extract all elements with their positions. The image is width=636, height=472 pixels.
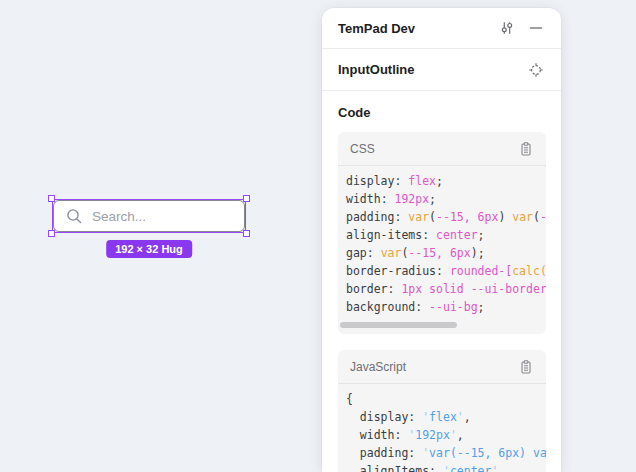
selection-handle[interactable] [243, 195, 250, 202]
code-line: width: '192px', [346, 426, 546, 444]
code-line: { [346, 390, 546, 408]
minimize-icon[interactable] [526, 18, 546, 38]
selection-handle[interactable] [48, 195, 55, 202]
tempad-dev-panel: TemPad Dev InputOutline [322, 8, 561, 472]
js-code[interactable]: { display: 'flex', width: '192px', paddi… [338, 384, 546, 472]
code-line: background: --ui-bg; [346, 298, 546, 316]
search-placeholder: Search... [92, 209, 146, 224]
code-line: width: 192px; [346, 190, 546, 208]
panel-header: TemPad Dev [322, 8, 561, 49]
code-section-label: Code [322, 91, 561, 132]
js-code-block: JavaScript { display: 'flex', width: '19… [338, 350, 546, 472]
css-code[interactable]: display: flex;width: 192px;padding: var(… [338, 166, 546, 316]
code-line: display: flex; [346, 172, 546, 190]
code-line: border-radius: rounded-[calc(var(--round… [346, 262, 546, 280]
js-block-label: JavaScript [350, 360, 516, 374]
css-block-header: CSS [338, 132, 546, 166]
search-input-component[interactable]: Search... [53, 200, 245, 232]
code-line: padding: var(--15, 6px) var(--24, 12px) [346, 208, 546, 226]
code-line: align-items: center; [346, 226, 546, 244]
code-line: padding: 'var(--15, 6px) var(--24, 12px)… [346, 444, 546, 462]
locate-target-icon[interactable] [526, 60, 546, 80]
horizontal-scrollbar[interactable] [340, 322, 457, 328]
component-row: InputOutline [322, 49, 561, 91]
code-line: display: 'flex', [346, 408, 546, 426]
selection-handle[interactable] [48, 230, 55, 237]
code-line: border: 1px solid --ui-border-color; [346, 280, 546, 298]
clipboard-copy-icon[interactable] [516, 139, 536, 159]
selected-component-wrapper: Search... 192 × 32 Hug [53, 200, 245, 232]
clipboard-copy-icon[interactable] [516, 357, 536, 377]
size-badge: 192 × 32 Hug [106, 240, 192, 258]
css-block-label: CSS [350, 142, 516, 156]
js-block-header: JavaScript [338, 350, 546, 384]
selection-handle[interactable] [243, 230, 250, 237]
sliders-icon[interactable] [497, 18, 517, 38]
magnifier-icon [66, 208, 83, 225]
component-name: InputOutline [338, 62, 526, 77]
css-code-block: CSS display: flex;width: 192px;padding: … [338, 132, 546, 334]
code-line: alignItems: 'center', [346, 462, 546, 472]
code-line: gap: var(--15, 6px); [346, 244, 546, 262]
panel-title: TemPad Dev [338, 21, 497, 36]
